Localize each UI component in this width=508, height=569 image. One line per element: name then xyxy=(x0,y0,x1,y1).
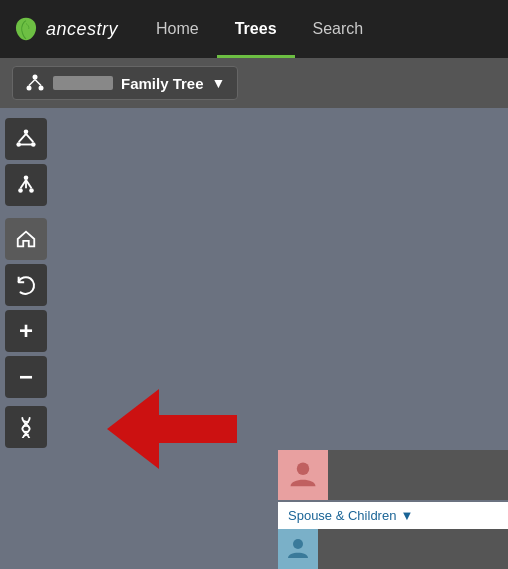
nav-links: Home Trees Search xyxy=(138,0,496,58)
fork-icon xyxy=(15,174,37,196)
svg-line-4 xyxy=(35,80,41,86)
tree-canvas[interactable]: Spouse & Children ▼ xyxy=(52,108,508,569)
svg-point-5 xyxy=(24,129,29,134)
person-silhouette-2-icon xyxy=(286,537,310,561)
svg-point-21 xyxy=(297,463,310,476)
zoom-out-button[interactable]: − xyxy=(5,356,47,398)
list-view-button[interactable] xyxy=(5,164,47,206)
nav-home[interactable]: Home xyxy=(138,0,217,58)
svg-point-12 xyxy=(18,188,23,193)
arrow-head xyxy=(107,389,159,469)
primary-person-name xyxy=(328,450,508,500)
svg-line-8 xyxy=(19,134,26,142)
home-icon xyxy=(15,228,37,250)
svg-point-1 xyxy=(27,86,32,91)
spouse-children-button[interactable]: Spouse & Children ▼ xyxy=(278,502,508,529)
tree-network-icon xyxy=(25,73,45,93)
logo-text: ancestry xyxy=(46,19,118,40)
svg-point-13 xyxy=(29,188,34,193)
undo-icon xyxy=(15,274,37,296)
person-silhouette-icon xyxy=(288,460,318,490)
svg-line-3 xyxy=(29,80,35,86)
primary-person-row[interactable] xyxy=(278,450,508,500)
red-arrow xyxy=(107,399,237,459)
minus-icon: − xyxy=(19,363,33,391)
tree-selector[interactable]: Family Tree ▼ xyxy=(12,66,238,100)
primary-person-avatar xyxy=(278,450,328,500)
svg-point-2 xyxy=(39,86,44,91)
home-button[interactable] xyxy=(5,218,47,260)
logo-icon xyxy=(12,15,40,43)
svg-point-11 xyxy=(24,175,29,180)
network-view-button[interactable] xyxy=(5,118,47,160)
spouse-children-label: Spouse & Children xyxy=(288,508,396,523)
logo[interactable]: ancestry xyxy=(12,15,118,43)
network-icon xyxy=(15,128,37,150)
tree-label: Family Tree xyxy=(121,75,204,92)
dna-button[interactable] xyxy=(5,406,47,448)
main-area: + − xyxy=(0,108,508,569)
secondary-person-name xyxy=(318,529,508,569)
svg-point-0 xyxy=(33,75,38,80)
undo-button[interactable] xyxy=(5,264,47,306)
left-toolbar: + − xyxy=(0,108,52,569)
svg-point-22 xyxy=(293,539,303,549)
nav-trees[interactable]: Trees xyxy=(217,0,295,58)
tree-name-placeholder xyxy=(53,76,113,90)
navbar: ancestry Home Trees Search xyxy=(0,0,508,58)
plus-icon: + xyxy=(19,317,33,345)
dna-icon xyxy=(15,416,37,438)
svg-line-9 xyxy=(26,134,33,142)
secondary-person-avatar xyxy=(278,529,318,569)
zoom-in-button[interactable]: + xyxy=(5,310,47,352)
tree-chevron-icon: ▼ xyxy=(212,75,226,91)
nav-search[interactable]: Search xyxy=(295,0,382,58)
person-card: Spouse & Children ▼ xyxy=(278,450,508,569)
secondary-person-row[interactable] xyxy=(278,529,508,569)
spouse-chevron-icon: ▼ xyxy=(400,508,413,523)
tree-header: Family Tree ▼ xyxy=(0,58,508,108)
